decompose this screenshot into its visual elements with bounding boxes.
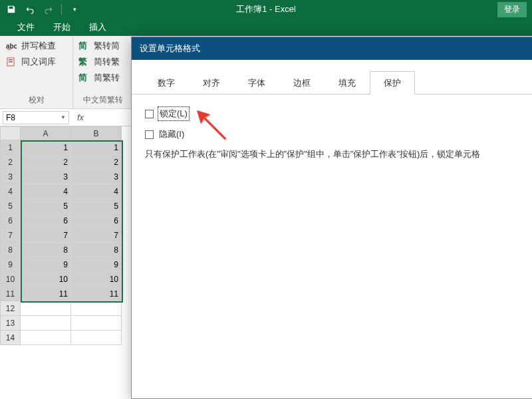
lock-checkbox-row[interactable]: 锁定(L) [145, 106, 529, 121]
cell[interactable]: 11 [71, 287, 122, 301]
title-bar: ▾ 工作簿1 - Excel 登录 [0, 0, 532, 19]
cell[interactable]: 6 [21, 213, 71, 228]
ribbon-group-proofing-label: 校对 [5, 93, 67, 107]
ribbon-group-chinese: 简 繁转简 繁 简转繁 简 简繁转 中文简繁转 [73, 36, 133, 108]
dialog-tab[interactable]: 字体 [234, 71, 279, 94]
row-header[interactable]: 13 [1, 316, 21, 331]
row-header[interactable]: 1 [1, 140, 21, 155]
cell[interactable]: 4 [71, 184, 122, 199]
name-box-value: F8 [6, 113, 15, 122]
lock-checkbox[interactable] [145, 110, 154, 118]
cell[interactable]: 9 [71, 257, 122, 272]
col-header[interactable]: A [21, 127, 71, 140]
row-header[interactable]: 5 [1, 199, 21, 213]
row-header[interactable]: 11 [1, 287, 21, 301]
row-header[interactable]: 4 [1, 184, 21, 199]
cell[interactable]: 8 [21, 243, 71, 257]
convert-label: 简繁转 [94, 72, 120, 84]
tab-home[interactable]: 开始 [44, 19, 80, 36]
save-icon[interactable] [5, 3, 17, 15]
svg-text:abc: abc [6, 43, 17, 50]
dialog-body: 锁定(L) 隐藏(I) 只有保护工作表(在"审阅"选项卡上的"保护"组中，单击"… [132, 94, 532, 173]
cell[interactable]: 2 [21, 155, 71, 170]
cell[interactable] [21, 301, 71, 316]
cell[interactable]: 10 [21, 272, 71, 287]
cell[interactable]: 3 [21, 170, 71, 184]
dialog-tabs: 数字对齐字体边框填充保护 [132, 60, 532, 94]
fx-label[interactable]: fx [77, 112, 84, 122]
cell[interactable]: 7 [71, 228, 122, 243]
dialog-tab[interactable]: 填充 [325, 71, 370, 94]
col-header[interactable]: B [71, 127, 122, 140]
thesaurus-button[interactable]: 同义词库 [5, 56, 67, 68]
cell[interactable]: 5 [71, 199, 122, 213]
row-header[interactable]: 7 [1, 228, 21, 243]
dialog-tab[interactable]: 数字 [144, 71, 189, 94]
cell[interactable]: 2 [71, 155, 122, 170]
dialog-tab[interactable]: 保护 [370, 71, 415, 94]
simp-to-trad-label: 简转繁 [94, 56, 120, 68]
spell-check-button[interactable]: abc 拼写检查 [5, 40, 67, 52]
convert-icon: 简 [78, 72, 87, 84]
select-all-cell[interactable] [1, 127, 21, 140]
ribbon-group-chinese-label: 中文简繁转 [78, 93, 127, 107]
protection-hint: 只有保护工作表(在"审阅"选项卡上的"保护"组中，单击"保护工作表"按钮)后，锁… [145, 148, 529, 161]
thesaurus-label: 同义词库 [21, 56, 56, 68]
chevron-down-icon[interactable]: ▼ [61, 114, 66, 120]
dialog-tab[interactable]: 边框 [279, 71, 325, 94]
login-button[interactable]: 登录 [497, 2, 527, 17]
simp-icon: 简 [78, 40, 87, 52]
cell[interactable]: 3 [71, 170, 122, 184]
row-header[interactable]: 2 [1, 155, 21, 170]
cell[interactable] [21, 331, 71, 345]
lock-label: 锁定(L) [158, 106, 190, 121]
undo-icon[interactable] [24, 3, 36, 15]
simp-to-trad-button[interactable]: 繁 简转繁 [78, 56, 127, 68]
row-header[interactable]: 3 [1, 170, 21, 184]
app-title: 工作簿1 - Excel [236, 3, 296, 15]
qat-customize-icon[interactable]: ▾ [68, 3, 80, 15]
spell-check-label: 拼写检查 [21, 40, 56, 52]
tab-insert[interactable]: 插入 [80, 19, 116, 36]
trad-icon: 繁 [78, 56, 87, 68]
trad-to-simp-label: 繁转简 [94, 40, 120, 52]
spell-check-icon: abc [5, 41, 17, 51]
ribbon-tabs: 文件 开始 插入 [0, 19, 532, 36]
cell[interactable]: 10 [71, 272, 122, 287]
cell[interactable]: 8 [71, 243, 122, 257]
cell[interactable]: 5 [21, 199, 71, 213]
cell[interactable]: 1 [71, 140, 122, 155]
row-header[interactable]: 8 [1, 243, 21, 257]
cell[interactable]: 7 [21, 228, 71, 243]
dialog-title: 设置单元格格式 [132, 37, 532, 60]
cell[interactable]: 11 [21, 287, 71, 301]
hide-checkbox-row[interactable]: 隐藏(I) [145, 128, 529, 141]
tab-file[interactable]: 文件 [8, 19, 44, 36]
row-header[interactable]: 10 [1, 272, 21, 287]
cell[interactable] [71, 316, 122, 331]
cell[interactable]: 1 [21, 140, 71, 155]
qat-separator [61, 4, 62, 15]
hide-checkbox[interactable] [145, 130, 154, 139]
cell[interactable] [71, 331, 122, 345]
row-header[interactable]: 12 [1, 301, 21, 316]
hide-label: 隐藏(I) [158, 128, 186, 141]
cell[interactable] [71, 301, 122, 316]
quick-access-toolbar: ▾ [0, 3, 80, 15]
row-header[interactable]: 6 [1, 213, 21, 228]
cell[interactable]: 6 [71, 213, 122, 228]
thesaurus-icon [5, 57, 17, 67]
cell[interactable]: 9 [21, 257, 71, 272]
convert-button[interactable]: 简 简繁转 [78, 72, 127, 84]
cell[interactable]: 4 [21, 184, 71, 199]
format-cells-dialog: 设置单元格格式 数字对齐字体边框填充保护 锁定(L) 隐藏(I) 只有保护工作表… [131, 37, 532, 399]
trad-to-simp-button[interactable]: 简 繁转简 [78, 40, 127, 52]
dialog-tab[interactable]: 对齐 [189, 71, 234, 94]
row-header[interactable]: 14 [1, 331, 21, 345]
name-box[interactable]: F8 ▼ [3, 111, 69, 124]
cell[interactable] [21, 316, 71, 331]
redo-icon[interactable] [43, 3, 55, 15]
row-header[interactable]: 9 [1, 257, 21, 272]
ribbon-group-proofing: abc 拼写检查 同义词库 校对 [0, 36, 73, 108]
